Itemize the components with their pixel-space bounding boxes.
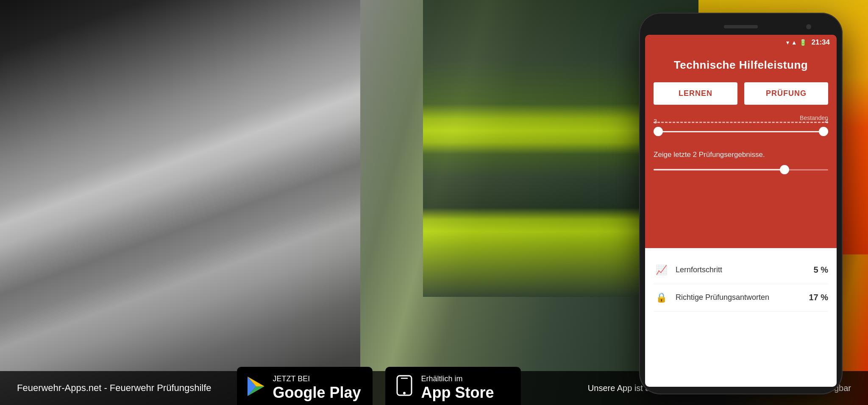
slider2-section: Zeige letzte 2 Prüfungsergebnisse. (654, 151, 828, 176)
learn-button[interactable]: LERNEN (654, 82, 737, 105)
settings-area: Bestanden 3 4 Zeige letzte 2 Prüfungserg… (645, 113, 837, 248)
slider1-line (654, 131, 828, 132)
phone-top-bar (645, 20, 837, 33)
status-time: 21:34 (812, 38, 830, 47)
slider2-handle[interactable] (780, 165, 789, 174)
app-store-text-block: Erhältlich im App Store (421, 374, 494, 402)
slider2-fill (654, 169, 785, 170)
dashed-label: Bestanden (800, 115, 828, 121)
correct-icon: 🔒 (654, 290, 669, 305)
status-icons: ▾ ▲ 🔋 (786, 39, 807, 46)
app-store-icon (394, 375, 415, 402)
svg-point-7 (403, 392, 406, 394)
app-store-main-text: App Store (421, 383, 494, 402)
google-play-icon (245, 376, 267, 400)
stat-row-2: 🔒 Richtige Prüfungsantworten 17 % (654, 284, 828, 312)
stat-label-1: Lernfortschritt (676, 265, 814, 274)
app-header: Technische Hilfeleistung (645, 50, 837, 82)
signal-icon: ▲ (791, 39, 797, 46)
dashed-line: Bestanden (654, 122, 828, 123)
stat-value-2: 17 % (809, 293, 828, 302)
slider1-section: Bestanden 3 4 (654, 122, 828, 138)
google-play-top-text: JETZT BEI (273, 374, 361, 384)
google-play-main-text: Google Play (273, 383, 361, 402)
google-play-text-block: JETZT BEI Google Play (273, 374, 361, 402)
app-store-top-text: Erhältlich im (421, 374, 494, 384)
slider1-handle-left[interactable] (654, 127, 663, 136)
app-store-badge[interactable]: Erhältlich im App Store (385, 367, 521, 405)
slider2-track[interactable] (654, 163, 828, 176)
exam-button[interactable]: PRÜFUNG (744, 82, 828, 105)
google-play-badge[interactable]: JETZT BEI Google Play (237, 367, 373, 405)
phone-screen: ▾ ▲ 🔋 21:34 Technische Hilfeleistung LER… (645, 35, 837, 387)
progress-icon: 📈 (654, 263, 669, 278)
action-buttons: LERNEN PRÜFUNG (645, 82, 837, 113)
slider1-num-left: 3 (654, 117, 657, 125)
phone-shell: ▾ ▲ 🔋 21:34 Technische Hilfeleistung LER… (639, 13, 843, 394)
status-bar: ▾ ▲ 🔋 21:34 (645, 35, 837, 50)
battery-icon: 🔋 (799, 39, 807, 46)
stat-row-1: 📈 Lernfortschritt 5 % (654, 257, 828, 284)
store-badges: JETZT BEI Google Play Erhältlich im App … (237, 367, 521, 405)
stats-area: 📈 Lernfortschritt 5 % 🔒 Richtige Prüfung… (645, 248, 837, 387)
stat-value-1: 5 % (814, 265, 828, 275)
slider2-line (654, 169, 828, 170)
stat-label-2: Richtige Prüfungsantworten (676, 293, 809, 302)
phone-camera (806, 24, 811, 29)
slider2-label: Zeige letzte 2 Prüfungsergebnisse. (654, 151, 828, 159)
wifi-icon: ▾ (786, 39, 789, 46)
phone-speaker (724, 25, 758, 28)
bottom-left-text: Feuerwehr-Apps.net - Feuerwehr Prüfungsh… (17, 383, 211, 394)
phone-mockup: ▾ ▲ 🔋 21:34 Technische Hilfeleistung LER… (639, 13, 843, 394)
slider1-track[interactable]: 3 4 (654, 125, 828, 138)
slider1-num-right: 4 (825, 117, 828, 125)
slider1-handle-right[interactable] (819, 127, 828, 136)
app-title: Technische Hilfeleistung (654, 59, 828, 72)
metal-tool-overlay (0, 0, 360, 405)
